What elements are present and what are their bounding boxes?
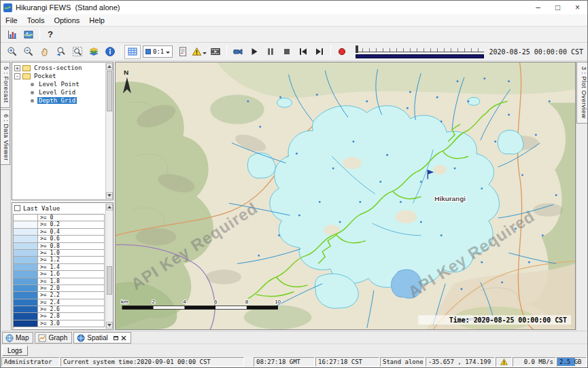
zoom-in-icon xyxy=(7,46,18,57)
main-region: 5 : Forecast 6 : Data Viewer +Cross-sect… xyxy=(1,61,587,331)
movie-player-button[interactable] xyxy=(230,45,246,59)
status-coordinates: -35.657 , 174.199 xyxy=(426,357,495,367)
record-icon xyxy=(336,46,347,57)
maximize-button[interactable]: □ xyxy=(548,1,568,14)
legend-swatch xyxy=(14,221,38,227)
legend-swatch xyxy=(14,278,38,284)
menu-item[interactable]: Options xyxy=(49,15,84,26)
zoom-in-button[interactable] xyxy=(4,45,20,59)
tab-map[interactable]: Map xyxy=(2,332,33,344)
close-button[interactable]: × xyxy=(568,1,587,14)
legend-row: >= 0.4 xyxy=(14,229,105,236)
title-bar: Hikurangi FEWS (Stand alone) – □ × xyxy=(1,1,587,14)
scroll-up-icon[interactable] xyxy=(106,204,113,210)
timeseries-display-button[interactable] xyxy=(4,27,20,41)
legend-swatch xyxy=(14,229,38,235)
legend-label: >= 2.4 xyxy=(38,299,60,306)
tree-item[interactable]: Level Point xyxy=(13,80,105,88)
legend-swatch xyxy=(14,236,38,242)
sidebar-tab-forecast[interactable]: 5 : Forecast xyxy=(1,62,10,108)
warnings-dropdown-button[interactable] xyxy=(191,45,207,59)
time-slider-handle[interactable] xyxy=(356,45,358,53)
zoom-extent-button[interactable] xyxy=(69,45,86,59)
first-frame-button[interactable] xyxy=(295,45,311,59)
legend-label: >= 1.2 xyxy=(38,257,60,263)
layers-button[interactable] xyxy=(86,45,102,59)
map-toolbar: 0:1 xyxy=(1,43,587,61)
zoom-out-button[interactable] xyxy=(20,45,37,59)
tree-expander[interactable]: + xyxy=(14,65,20,71)
scroll-up-icon[interactable] xyxy=(106,63,113,70)
tab-spatial[interactable]: Spatial xyxy=(73,332,131,344)
scroll-down-icon[interactable] xyxy=(106,322,113,329)
play-button[interactable] xyxy=(246,45,262,59)
legend-row: >= 1.0 xyxy=(14,250,105,257)
stop-button[interactable] xyxy=(279,45,295,59)
legend-label: >= 0 xyxy=(38,215,53,221)
tree-item[interactable]: Depth Grid xyxy=(13,96,105,105)
toolbar-separator xyxy=(121,45,122,58)
zoom-previous-icon xyxy=(56,46,67,57)
menu-item[interactable]: Help xyxy=(84,15,109,26)
app-logo-icon xyxy=(3,3,12,12)
menu-item[interactable]: File xyxy=(1,15,22,26)
legend-row: >= 2.8 xyxy=(14,313,105,320)
status-user: Administrator xyxy=(1,357,60,367)
status-network: 0.0 MB/s xyxy=(513,357,556,367)
pan-button[interactable] xyxy=(37,45,53,59)
tree-expander[interactable]: - xyxy=(14,73,20,79)
legend-scrollbar[interactable] xyxy=(105,204,113,329)
legend-row: >= 2.6 xyxy=(14,306,105,313)
last-frame-button[interactable] xyxy=(311,45,328,59)
scroll-down-icon[interactable] xyxy=(106,192,113,199)
scrollbar-thumb[interactable] xyxy=(107,71,112,111)
tree-node-icon xyxy=(31,91,34,94)
document-icon xyxy=(177,46,188,57)
right-tab-strip: 3 : Plot Overview xyxy=(576,61,587,331)
legend-label: >= 2.2 xyxy=(38,292,60,298)
grid-display-button[interactable] xyxy=(124,45,141,59)
tree-scrollbar[interactable] xyxy=(105,63,113,199)
map-canvas[interactable]: API Key Required API Key Required Hikura… xyxy=(115,62,576,330)
pause-button[interactable] xyxy=(262,45,279,59)
tab-plot-overview[interactable]: 3 : Plot Overview xyxy=(576,62,587,124)
record-movie-button[interactable] xyxy=(334,45,350,59)
restore-tab-icon[interactable] xyxy=(114,336,118,340)
last-value-checkbox[interactable] xyxy=(14,205,20,211)
left-tab-strip: 5 : Forecast 6 : Data Viewer xyxy=(1,61,11,331)
sidebar-tab-data-viewer[interactable]: 6 : Data Viewer xyxy=(1,109,10,166)
class-combo[interactable]: 0:1 xyxy=(143,45,173,58)
legend-row: >= 1.6 xyxy=(14,271,105,278)
globe-icon xyxy=(5,334,14,342)
svg-text:10: 10 xyxy=(275,299,281,306)
time-slider[interactable] xyxy=(356,45,483,60)
play-icon xyxy=(249,46,260,57)
close-tab-icon[interactable] xyxy=(121,335,126,341)
logs-button[interactable]: Logs xyxy=(2,346,28,356)
legend-label: >= 1.8 xyxy=(38,278,60,284)
menu-item[interactable]: Tools xyxy=(22,15,50,26)
minimize-button[interactable]: – xyxy=(528,1,548,14)
legend-label: >= 2.8 xyxy=(38,313,60,319)
report-button[interactable] xyxy=(175,45,191,59)
toolbar-separator xyxy=(226,45,227,58)
legend-label: >= 1.6 xyxy=(38,271,60,277)
tab-graph[interactable]: Graph xyxy=(35,332,72,344)
class-swatch-icon xyxy=(145,49,151,54)
skip-start-icon xyxy=(298,46,309,57)
class-combo-value: 0:1 xyxy=(153,48,164,55)
zoom-previous-button[interactable] xyxy=(53,45,69,59)
spatial-display-button[interactable] xyxy=(20,27,37,41)
legend-row: >= 0.8 xyxy=(14,243,105,250)
scrollbar-thumb[interactable] xyxy=(107,266,112,295)
legend-swatch xyxy=(14,250,38,256)
status-warning[interactable] xyxy=(496,357,512,367)
tree-item[interactable]: +Cross-section xyxy=(13,64,105,72)
info-button[interactable] xyxy=(102,45,118,59)
help-button[interactable]: ? xyxy=(43,27,58,41)
tree-node-icon xyxy=(31,83,34,86)
export-movie-button[interactable] xyxy=(207,45,224,59)
tree-item[interactable]: Level Grid xyxy=(13,88,105,96)
svg-text:N: N xyxy=(124,69,128,76)
tree-item[interactable]: -Pocket xyxy=(13,72,105,80)
